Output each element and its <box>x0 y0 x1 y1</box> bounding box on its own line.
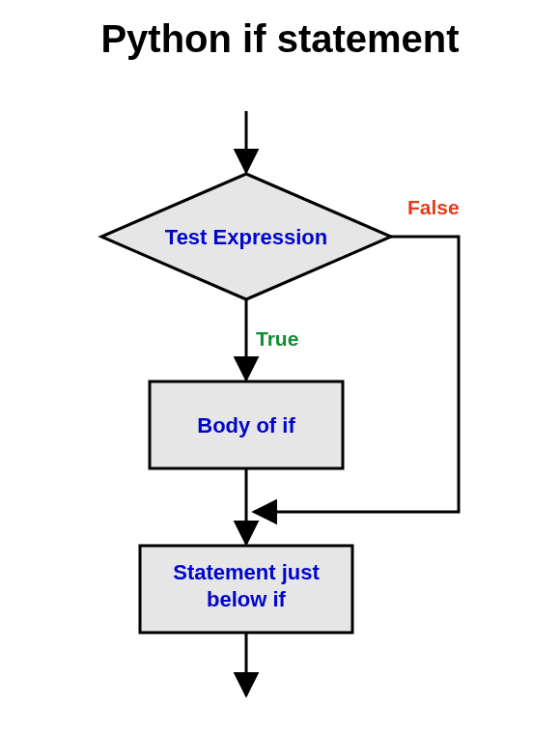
body-label: Body of if <box>197 413 295 438</box>
decision-label: Test Expression <box>165 225 327 249</box>
after-label-1: Statement just <box>173 560 320 584</box>
branch-false-label: False <box>407 196 460 218</box>
branch-true-label: True <box>256 327 298 350</box>
flowchart: Test Expression True Body of if False St… <box>0 0 560 734</box>
after-label-2: below if <box>207 587 287 611</box>
